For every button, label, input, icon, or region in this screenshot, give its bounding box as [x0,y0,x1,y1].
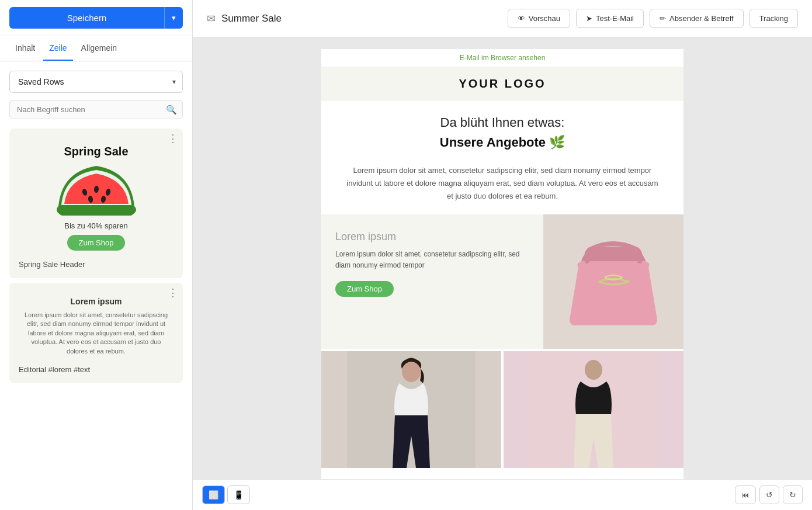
list-item: Spring Sale [9,129,183,278]
top-actions: 👁 Vorschau ➤ Test-E-Mail ✏ Absender & Be… [508,9,798,28]
images-row [321,351,683,468]
undo-redo-group: ⏮ ↺ ↻ [735,485,803,504]
logo-text: YOUR LOGO [332,77,673,91]
email-subheadline: Unsere Angebote 🌿 [321,135,683,159]
tracking-button[interactable]: Tracking [749,9,798,28]
undo-icon: ↺ [766,490,773,499]
eye-icon: 👁 [518,14,525,23]
product-desc: Lorem ipsum dolor sit amet, consetetur s… [335,249,532,271]
search-input[interactable] [9,100,183,119]
editorial-text: Lorem ipsum dolor sit amet, consetetur s… [23,311,169,356]
mobile-view-button[interactable]: 📱 [227,485,250,504]
sidebar-content: Saved Rows ▾ 🔍 Spring Sale [0,61,192,510]
save-dropdown-button[interactable]: ▾ [164,7,183,29]
saved-rows-select[interactable]: Saved Rows [9,71,183,93]
tab-zeile[interactable]: Zeile [43,36,72,61]
vorschau-label: Vorschau [529,14,560,23]
undo-history-icon: ⏮ [741,490,749,499]
spring-sale-text: Bis zu 40% sparen [23,221,169,230]
sidebar: Speichern ▾ Inhalt Zeile Allgemein Saved… [0,0,193,510]
search-icon: 🔍 [166,105,177,115]
tab-allgemein[interactable]: Allgemein [75,36,123,61]
row-card-title: Editorial #lorem #text [19,365,173,374]
woman-image [321,351,501,468]
redo-icon: ↻ [789,490,796,499]
logo-section: YOUR LOGO [321,67,683,101]
email-name: Summer Sale [221,13,282,25]
mobile-icon: 📱 [234,490,244,499]
sidebar-header: Speichern ▾ [0,0,192,36]
editorial-preview: Lorem ipsum Lorem ipsum dolor sit amet, … [19,292,173,360]
email-canvas: E-Mail im Browser ansehen YOUR LOGO Da b… [321,49,683,479]
undo-button[interactable]: ↺ [759,485,779,504]
product-zum-shop-button[interactable]: Zum Shop [335,281,394,297]
absender-label: Absender & Betreff [669,14,734,23]
main-area: ✉ Summer Sale 👁 Vorschau ➤ Test-E-Mail ✏… [193,0,812,510]
test-email-button[interactable]: ➤ Test-E-Mail [576,9,644,28]
product-image [543,214,683,349]
tab-inhalt[interactable]: Inhalt [9,36,41,61]
list-item: Lorem ipsum Lorem ipsum dolor sit amet, … [9,283,183,383]
desktop-view-button[interactable]: ⬜ [202,485,225,504]
save-button[interactable]: Speichern [9,7,164,29]
row-card-title: Spring Sale Header [19,260,173,269]
send-icon: ➤ [586,14,592,23]
desktop-icon: ⬜ [209,490,218,499]
email-title: ✉ Summer Sale [207,12,282,25]
kebab-menu-icon[interactable]: ⋮ [168,287,178,298]
product-title: Lorem ipsum [335,231,532,243]
tabs-row: Inhalt Zeile Allgemein [0,36,192,61]
bottom-toolbar: ⬜ 📱 ⏮ ↺ ↻ [193,479,812,510]
undo-history-button[interactable]: ⏮ [735,485,756,504]
email-icon: ✉ [207,12,216,25]
watermelon-image [55,163,137,216]
redo-button[interactable]: ↻ [783,485,803,504]
view-toggles: ⬜ 📱 [202,485,250,504]
product-row: Lorem ipsum Lorem ipsum dolor sit amet, … [321,214,683,349]
zum-shop-button[interactable]: Zum Shop [67,235,126,251]
spring-sale-title: Spring Sale [23,145,169,158]
canvas-area: E-Mail im Browser ansehen YOUR LOGO Da b… [193,37,812,479]
top-bar: ✉ Summer Sale 👁 Vorschau ➤ Test-E-Mail ✏… [193,0,812,37]
product-text-col: Lorem ipsum Lorem ipsum dolor sit amet, … [321,214,543,349]
editorial-title: Lorem ipsum [23,297,169,306]
email-headline: Da blüht Ihnen etwas: [321,101,683,135]
svg-point-10 [585,360,602,380]
saved-rows-select-wrapper: Saved Rows ▾ [9,71,183,93]
browser-link-anchor[interactable]: E-Mail im Browser ansehen [460,54,546,62]
browser-link: E-Mail im Browser ansehen [321,49,683,67]
search-wrapper: 🔍 [9,100,183,119]
save-group: Speichern ▾ [9,7,183,29]
kebab-menu-icon[interactable]: ⋮ [168,133,178,144]
email-body-text: Lorem ipsum dolor sit amet, consetetur s… [321,159,683,214]
vorschau-button[interactable]: 👁 Vorschau [508,9,570,28]
absender-button[interactable]: ✏ Absender & Betreff [650,9,744,28]
spring-sale-preview: Spring Sale [19,138,173,255]
edit-icon: ✏ [660,14,666,23]
man-image [504,351,683,468]
test-email-label: Test-E-Mail [596,14,634,23]
